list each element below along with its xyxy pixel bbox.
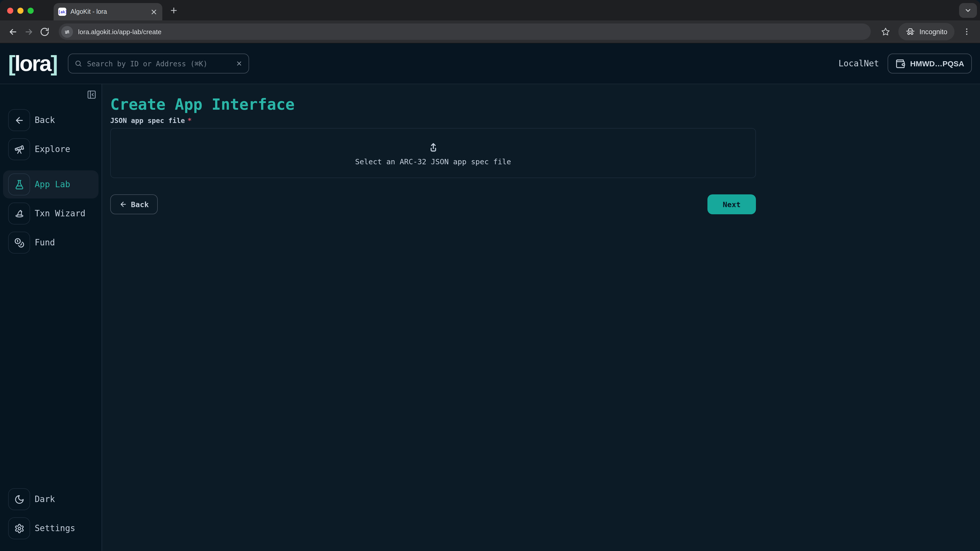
sidebar-item-label: Explore bbox=[35, 144, 70, 154]
sidebar-collapse-icon[interactable] bbox=[87, 90, 97, 100]
sidebar-item-label: App Lab bbox=[35, 179, 70, 189]
explore-icon-tile bbox=[8, 138, 30, 160]
incognito-label: Incognito bbox=[919, 28, 947, 35]
browser-toolbar: lora.algokit.io/app-lab/create Incognito bbox=[0, 21, 980, 43]
browser-menu-button[interactable] bbox=[963, 27, 971, 36]
search-icon bbox=[74, 60, 82, 67]
back-button-label: Back bbox=[131, 200, 149, 208]
browser-window: [ak] AlgoKit - lora lora.algokit.io/app-… bbox=[0, 0, 980, 551]
next-button[interactable]: Next bbox=[708, 194, 756, 214]
browser-forward-button[interactable] bbox=[24, 27, 34, 37]
bookmark-star-icon[interactable] bbox=[881, 27, 890, 36]
back-icon-tile bbox=[8, 109, 30, 131]
logo-text: lora bbox=[14, 51, 51, 76]
sidebar-bottom: Dark Settings bbox=[0, 485, 102, 542]
search-clear-icon[interactable] bbox=[235, 60, 242, 67]
moon-icon bbox=[14, 494, 24, 504]
arrow-left-icon bbox=[14, 115, 24, 125]
wizard-footer: Back Next bbox=[110, 194, 756, 214]
wallet-address: HMWD…PQSA bbox=[910, 59, 964, 68]
sidebar-item-fund[interactable]: Fund bbox=[3, 229, 99, 257]
chevron-down-icon bbox=[964, 6, 972, 14]
browser-reload-button[interactable] bbox=[40, 27, 49, 37]
back-button[interactable]: Back bbox=[110, 194, 158, 214]
incognito-icon bbox=[905, 27, 915, 37]
telescope-icon bbox=[14, 144, 24, 154]
sidebar-item-label: Settings bbox=[35, 524, 75, 533]
browser-tab[interactable]: [ak] AlgoKit - lora bbox=[54, 3, 162, 21]
sidebar-item-theme-dark[interactable]: Dark bbox=[3, 485, 99, 513]
theme-icon-tile bbox=[8, 488, 30, 510]
file-dropzone[interactable]: Select an ARC-32 JSON app spec file bbox=[110, 128, 756, 178]
tab-close-icon[interactable] bbox=[150, 8, 158, 16]
sidebar-item-settings[interactable]: Settings bbox=[3, 514, 99, 542]
field-label: JSON app spec file* bbox=[110, 116, 980, 125]
maximize-window-button[interactable] bbox=[27, 8, 34, 14]
wizard-hat-icon bbox=[14, 208, 24, 219]
new-tab-button[interactable] bbox=[169, 6, 178, 15]
txn-wizard-icon-tile bbox=[8, 203, 30, 224]
sidebar: Back Explore App Lab bbox=[0, 84, 102, 551]
arrow-left-icon bbox=[119, 200, 127, 208]
sidebar-item-txn-wizard[interactable]: Txn Wizard bbox=[3, 200, 99, 227]
required-asterisk: * bbox=[188, 116, 192, 125]
coins-icon bbox=[14, 238, 24, 248]
flask-icon bbox=[14, 179, 24, 189]
tab-strip: [ak] AlgoKit - lora bbox=[0, 0, 980, 21]
site-settings-button[interactable] bbox=[61, 26, 73, 38]
search-input[interactable] bbox=[86, 59, 231, 68]
app-header: [lora] LocalNet HMWD…PQSA bbox=[0, 43, 980, 84]
main-content: Create App Interface JSON app spec file*… bbox=[102, 84, 980, 551]
search-box[interactable] bbox=[68, 54, 249, 73]
logo-bracket-right: ] bbox=[51, 51, 57, 76]
dropzone-text: Select an ARC-32 JSON app spec file bbox=[355, 157, 511, 165]
lora-logo[interactable]: [lora] bbox=[8, 52, 57, 75]
wallet-icon bbox=[895, 59, 905, 68]
tune-icon bbox=[64, 28, 70, 35]
tab-title: AlgoKit - lora bbox=[70, 8, 147, 15]
tab-favicon: [ak] bbox=[58, 8, 66, 16]
logo-bracket-left: [ bbox=[8, 51, 14, 76]
macos-window-controls bbox=[7, 8, 34, 14]
network-label: LocalNet bbox=[838, 59, 879, 68]
app-lab-icon-tile bbox=[8, 173, 30, 195]
url-text: lora.algokit.io/app-lab/create bbox=[78, 28, 162, 35]
settings-icon-tile bbox=[8, 517, 30, 539]
fund-icon-tile bbox=[8, 232, 30, 254]
sidebar-item-label: Txn Wizard bbox=[35, 209, 86, 218]
sidebar-item-app-lab[interactable]: App Lab bbox=[3, 170, 99, 198]
sidebar-item-back[interactable]: Back bbox=[3, 106, 99, 134]
upload-icon bbox=[426, 141, 440, 154]
close-window-button[interactable] bbox=[7, 8, 13, 14]
page-title: Create App Interface bbox=[110, 95, 980, 114]
next-button-label: Next bbox=[723, 200, 741, 208]
minimize-window-button[interactable] bbox=[18, 8, 24, 14]
field-label-text: JSON app spec file bbox=[110, 116, 185, 125]
wallet-button[interactable]: HMWD…PQSA bbox=[888, 54, 972, 73]
sidebar-item-label: Fund bbox=[35, 238, 55, 248]
gear-icon bbox=[14, 523, 24, 534]
incognito-badge: Incognito bbox=[898, 23, 955, 40]
address-bar[interactable]: lora.algokit.io/app-lab/create bbox=[59, 24, 871, 40]
sidebar-nav: Back Explore App Lab bbox=[0, 106, 102, 257]
tab-search-button[interactable] bbox=[959, 3, 977, 18]
sidebar-item-label: Back bbox=[35, 115, 55, 125]
browser-back-button[interactable] bbox=[8, 27, 18, 37]
sidebar-item-explore[interactable]: Explore bbox=[3, 135, 99, 163]
sidebar-item-label: Dark bbox=[35, 494, 55, 504]
